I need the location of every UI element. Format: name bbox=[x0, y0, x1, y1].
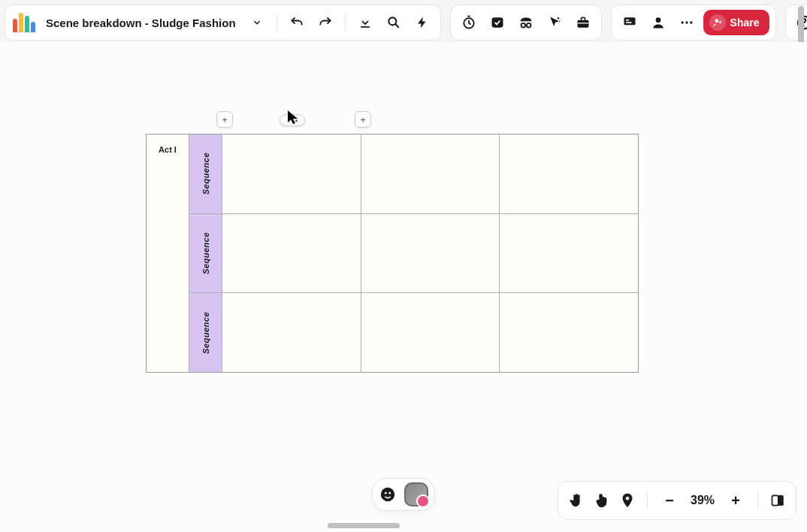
svg-point-42 bbox=[385, 492, 387, 494]
svg-rect-48 bbox=[778, 495, 784, 505]
sequence-label: Sequence bbox=[201, 153, 210, 195]
reactions-panel bbox=[372, 478, 435, 511]
add-column-right-button[interactable]: + bbox=[355, 111, 371, 128]
sequence-cell[interactable]: Sequence bbox=[189, 214, 222, 294]
add-column-left-button[interactable]: + bbox=[216, 111, 233, 128]
svg-point-0 bbox=[388, 17, 396, 25]
table-cell[interactable] bbox=[500, 293, 638, 372]
check-badge-icon bbox=[490, 15, 505, 30]
timer-icon bbox=[461, 15, 476, 30]
lightning-icon bbox=[416, 16, 429, 29]
divider bbox=[757, 491, 758, 509]
self-avatar[interactable] bbox=[404, 482, 428, 506]
svg-point-15 bbox=[655, 17, 660, 23]
sequence-column: Sequence Sequence Sequence bbox=[189, 135, 222, 372]
svg-point-18 bbox=[690, 21, 692, 23]
search-icon bbox=[386, 15, 401, 30]
app-logo[interactable] bbox=[13, 13, 37, 32]
table-cell[interactable] bbox=[222, 293, 361, 372]
reactions-button[interactable] bbox=[379, 485, 397, 503]
pan-mode-button[interactable] bbox=[567, 491, 585, 509]
vote-button[interactable] bbox=[485, 11, 509, 35]
map-pin-icon bbox=[619, 492, 636, 509]
zoom-panel: − 39% + bbox=[558, 481, 796, 520]
share-button[interactable]: Share bbox=[703, 10, 770, 35]
share-label: Share bbox=[730, 17, 760, 29]
title-dropdown[interactable] bbox=[245, 11, 269, 35]
svg-rect-10 bbox=[577, 20, 588, 28]
canvas[interactable]: + + Act I Sequence Sequence Sequence bbox=[0, 42, 807, 532]
table-row bbox=[222, 293, 638, 372]
cursor-mode-button[interactable] bbox=[593, 491, 611, 509]
download-icon bbox=[358, 15, 373, 30]
column-handle[interactable] bbox=[280, 114, 305, 126]
table-cell[interactable] bbox=[500, 135, 638, 213]
table-cell[interactable] bbox=[361, 214, 500, 293]
svg-point-5 bbox=[521, 23, 525, 27]
user-icon bbox=[651, 15, 666, 30]
zoom-out-button[interactable]: − bbox=[658, 489, 681, 512]
download-button[interactable] bbox=[353, 11, 377, 35]
breakdown-table[interactable]: Act I Sequence Sequence Sequence bbox=[146, 134, 639, 373]
redo-button[interactable] bbox=[313, 11, 337, 35]
divider bbox=[647, 491, 648, 509]
table-row bbox=[222, 214, 638, 294]
location-button[interactable] bbox=[618, 491, 636, 509]
svg-point-16 bbox=[681, 21, 683, 23]
act-label: Act I bbox=[159, 145, 177, 372]
hand-icon bbox=[568, 492, 585, 509]
svg-rect-14 bbox=[626, 22, 632, 23]
present-button[interactable] bbox=[618, 11, 642, 35]
redo-icon bbox=[318, 15, 333, 30]
minimap-icon bbox=[770, 493, 785, 508]
quick-actions-button[interactable] bbox=[410, 11, 434, 35]
more-button[interactable] bbox=[675, 11, 699, 35]
zoom-in-button[interactable]: + bbox=[724, 489, 747, 512]
minimap-button[interactable] bbox=[769, 491, 787, 509]
table-cell[interactable] bbox=[222, 135, 361, 213]
table-cell[interactable] bbox=[361, 135, 500, 213]
svg-point-17 bbox=[685, 21, 688, 23]
svg-line-1 bbox=[395, 24, 399, 28]
smile-icon bbox=[379, 486, 396, 503]
main-toolbar-group: Scene breakdown - Sludge Fashion bbox=[5, 5, 441, 41]
svg-point-19 bbox=[715, 19, 718, 23]
svg-point-9 bbox=[558, 21, 560, 23]
grid-area bbox=[222, 135, 638, 372]
divider bbox=[345, 14, 346, 32]
svg-rect-12 bbox=[624, 17, 635, 25]
plus-icon: + bbox=[360, 114, 366, 125]
undo-button[interactable] bbox=[285, 11, 309, 35]
board-title[interactable]: Scene breakdown - Sludge Fashion bbox=[46, 17, 236, 29]
chevron-down-icon bbox=[252, 17, 262, 28]
sequence-cell[interactable]: Sequence bbox=[189, 135, 222, 214]
pointer-highlight-button[interactable] bbox=[543, 11, 567, 35]
sequence-cell[interactable]: Sequence bbox=[189, 293, 222, 372]
minus-icon: − bbox=[665, 492, 674, 509]
timer-button[interactable] bbox=[457, 11, 481, 35]
table-row bbox=[222, 135, 638, 214]
toolbox-button[interactable] bbox=[571, 11, 595, 35]
plus-icon: + bbox=[222, 114, 228, 125]
private-mode-button[interactable] bbox=[514, 11, 538, 35]
svg-point-43 bbox=[388, 492, 391, 494]
svg-point-44 bbox=[626, 497, 630, 500]
table-cell[interactable] bbox=[500, 214, 638, 293]
divider bbox=[277, 14, 277, 32]
horizontal-scrollbar[interactable] bbox=[328, 523, 400, 528]
sequence-label: Sequence bbox=[201, 312, 210, 354]
table-cell[interactable] bbox=[222, 214, 361, 293]
svg-rect-13 bbox=[626, 20, 629, 21]
collab-toolbar-group: Share bbox=[611, 5, 777, 41]
plus-icon: + bbox=[731, 492, 740, 509]
act-column[interactable]: Act I bbox=[147, 135, 189, 372]
pointer-hand-icon bbox=[594, 492, 610, 509]
undo-icon bbox=[289, 15, 304, 30]
zoom-level[interactable]: 39% bbox=[688, 494, 717, 507]
svg-rect-49 bbox=[772, 495, 778, 505]
facilitation-toolbar-group bbox=[450, 5, 602, 41]
table-cell[interactable] bbox=[361, 293, 500, 372]
participants-button[interactable] bbox=[646, 11, 670, 35]
presentation-icon bbox=[622, 15, 637, 30]
search-button[interactable] bbox=[382, 11, 406, 35]
